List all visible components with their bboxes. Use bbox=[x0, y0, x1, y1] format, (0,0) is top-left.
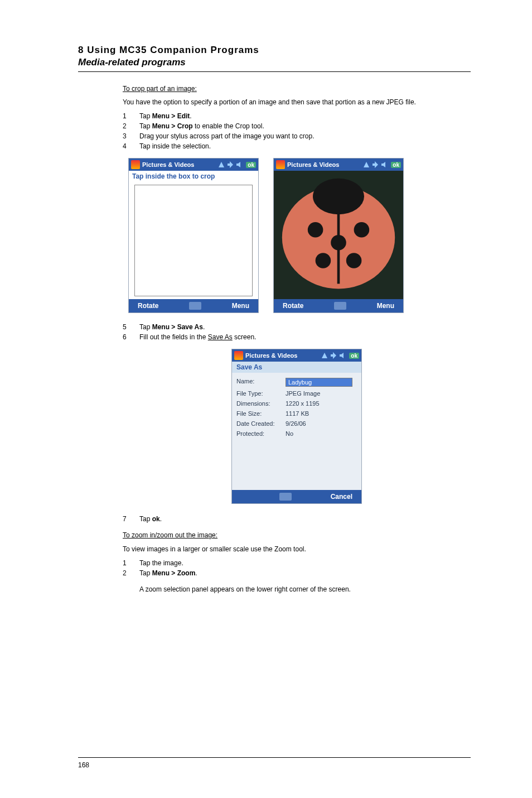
phone-app-title: Pictures & Videos bbox=[287, 161, 361, 168]
status-icons: ok bbox=[321, 352, 359, 359]
date-created-value: 9/26/06 bbox=[286, 420, 306, 427]
speaker-icon bbox=[381, 161, 389, 168]
step-number: 2 bbox=[123, 121, 129, 131]
cancel-button[interactable]: Cancel bbox=[331, 493, 352, 501]
speaker-icon bbox=[339, 352, 347, 359]
step-number: 1 bbox=[123, 558, 129, 568]
phone-bottombar: Cancel bbox=[232, 490, 361, 503]
zoom-note: A zoom selection panel appears on the lo… bbox=[139, 585, 471, 594]
filesize-label: File Size: bbox=[236, 410, 280, 417]
svg-point-14 bbox=[346, 253, 362, 269]
crop-steps-1: 1Tap Menu > Edit. 2Tap Menu > Crop to en… bbox=[123, 111, 471, 151]
list-item: 1Tap Menu > Edit. bbox=[123, 111, 471, 121]
status-icons: ok bbox=[218, 161, 256, 168]
name-input[interactable] bbox=[286, 378, 352, 387]
signal-icon bbox=[330, 352, 337, 359]
protected-label: Protected: bbox=[236, 430, 280, 437]
crop-hint: Tap inside the box to crop bbox=[129, 171, 258, 182]
list-item: 1Tap the image. bbox=[123, 558, 471, 568]
name-label: Name: bbox=[236, 378, 280, 387]
phone-app-title: Pictures & Videos bbox=[142, 161, 216, 168]
date-created-label: Date Created: bbox=[236, 420, 280, 427]
phone-bottombar: Rotate Menu bbox=[274, 299, 403, 313]
signal-icon bbox=[227, 161, 234, 168]
filesize-value: 1117 KB bbox=[286, 410, 309, 417]
start-icon[interactable] bbox=[131, 160, 140, 169]
list-item: 5Tap Menu > Save As. bbox=[123, 322, 471, 332]
crop-steps-3: 7Tap ok. bbox=[123, 514, 471, 524]
step-number: 4 bbox=[123, 141, 129, 151]
protected-value: No bbox=[286, 430, 293, 437]
step-number: 7 bbox=[123, 514, 129, 524]
signal-icon bbox=[372, 161, 379, 168]
screenshot-cropped-result: Pictures & Videos ok bbox=[273, 158, 404, 313]
phone-bottombar: Rotate Menu bbox=[129, 299, 258, 313]
step-number: 1 bbox=[123, 111, 129, 121]
ok-button[interactable]: ok bbox=[349, 353, 359, 359]
keyboard-icon[interactable] bbox=[189, 302, 201, 310]
phone-titlebar: Pictures & Videos ok bbox=[274, 158, 403, 171]
phone-titlebar: Pictures & Videos ok bbox=[129, 158, 258, 171]
header-divider bbox=[78, 71, 471, 72]
section-title: Media-related programs bbox=[78, 57, 471, 68]
page-number: 168 bbox=[78, 761, 89, 769]
step-number: 5 bbox=[123, 322, 129, 332]
keyboard-icon[interactable] bbox=[334, 302, 346, 310]
start-icon[interactable] bbox=[276, 160, 285, 169]
phone-canvas[interactable] bbox=[274, 171, 403, 299]
ok-button[interactable]: ok bbox=[391, 162, 401, 168]
connectivity-icon bbox=[363, 161, 370, 168]
footer-divider bbox=[78, 757, 471, 758]
svg-point-13 bbox=[316, 253, 331, 269]
speaker-icon bbox=[236, 161, 244, 168]
screenshot-save-as: Pictures & Videos ok Save As Name: File … bbox=[231, 349, 362, 504]
svg-point-12 bbox=[354, 222, 370, 238]
connectivity-icon bbox=[218, 161, 225, 168]
list-item: 3Drag your stylus across part of the ima… bbox=[123, 131, 471, 141]
dimensions-value: 1220 x 1195 bbox=[286, 400, 320, 407]
list-item: 2Tap Menu > Zoom. bbox=[123, 568, 471, 578]
filetype-value: JPEG Image bbox=[286, 390, 320, 397]
svg-point-11 bbox=[308, 222, 323, 238]
step-number: 6 bbox=[123, 332, 129, 342]
zoom-heading: To zoom in/zoom out the image: bbox=[123, 531, 471, 540]
connectivity-icon bbox=[321, 352, 328, 359]
status-icons: ok bbox=[363, 161, 401, 168]
crop-steps-2: 5Tap Menu > Save As. 6Fill out the field… bbox=[123, 322, 471, 342]
crop-heading: To crop part of an image: bbox=[123, 84, 471, 93]
step-number: 3 bbox=[123, 131, 129, 141]
rotate-button[interactable]: Rotate bbox=[283, 302, 303, 310]
save-as-title: Save As bbox=[232, 362, 361, 373]
keyboard-icon[interactable] bbox=[279, 493, 292, 501]
zoom-steps: 1Tap the image. 2Tap Menu > Zoom. bbox=[123, 558, 471, 578]
save-as-form: Name: File Type:JPEG Image Dimensions:12… bbox=[232, 373, 361, 490]
chapter-title: 8 Using MC35 Companion Programs bbox=[78, 39, 471, 56]
ok-button[interactable]: ok bbox=[246, 162, 256, 168]
filetype-label: File Type: bbox=[236, 390, 280, 397]
menu-button[interactable]: Menu bbox=[377, 302, 394, 310]
phone-app-title: Pictures & Videos bbox=[245, 352, 319, 359]
svg-point-15 bbox=[331, 235, 346, 251]
zoom-intro: To view images in a larger or smaller sc… bbox=[123, 545, 471, 554]
list-item: 2Tap Menu > Crop to enable the Crop tool… bbox=[123, 121, 471, 131]
list-item: 7Tap ok. bbox=[123, 514, 471, 524]
crop-selection-box[interactable] bbox=[134, 185, 253, 296]
screenshot-crop-box: Pictures & Videos ok Tap inside the box … bbox=[128, 158, 259, 313]
list-item: 4Tap inside the selection. bbox=[123, 141, 471, 151]
step-number: 2 bbox=[123, 568, 129, 578]
start-icon[interactable] bbox=[234, 351, 243, 360]
ladybug-image bbox=[274, 171, 403, 299]
phone-titlebar: Pictures & Videos ok bbox=[232, 349, 361, 362]
phone-canvas[interactable] bbox=[129, 182, 258, 299]
dimensions-label: Dimensions: bbox=[236, 400, 280, 407]
crop-intro: You have the option to specify a portion… bbox=[123, 98, 471, 107]
rotate-button[interactable]: Rotate bbox=[138, 302, 158, 310]
menu-button[interactable]: Menu bbox=[232, 302, 249, 310]
list-item: 6Fill out the fields in the Save As scre… bbox=[123, 332, 471, 342]
